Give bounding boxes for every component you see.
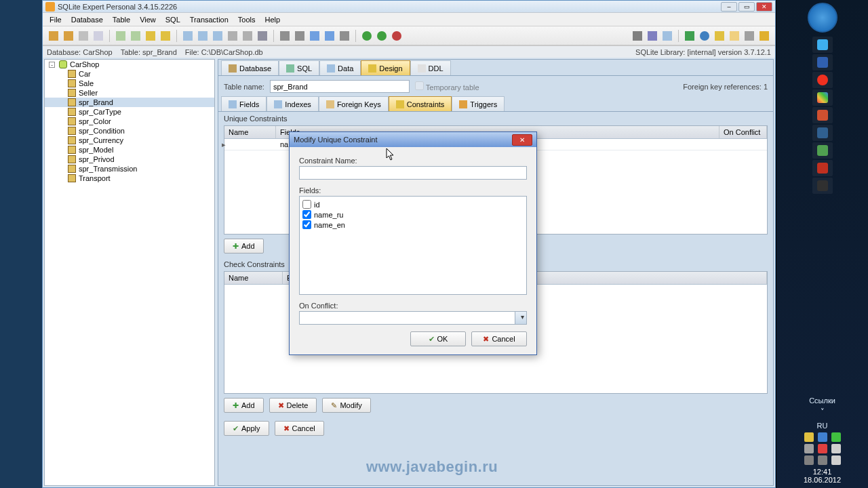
tree-item-car[interactable]: Car xyxy=(45,69,214,79)
field-name-ru-checkbox[interactable] xyxy=(302,210,311,219)
tab-ddl[interactable]: DDL xyxy=(410,60,451,75)
add-check-button[interactable]: ✚Add xyxy=(224,398,264,413)
constraint-name-input[interactable] xyxy=(299,166,527,180)
taskbar-app-1[interactable] xyxy=(812,37,833,53)
system-tray[interactable]: Ссылки ˅ RU 12:41 18.06.2012 xyxy=(776,392,868,488)
tb-btn-13[interactable] xyxy=(241,29,254,43)
menu-table[interactable]: Table xyxy=(108,14,134,25)
dialog-cancel-button[interactable]: ✖Cancel xyxy=(471,331,527,346)
tb-btn-17[interactable] xyxy=(308,29,321,43)
menu-transaction[interactable]: Transaction xyxy=(186,14,233,25)
tab-triggers[interactable]: Triggers xyxy=(452,96,505,111)
tb-run-1[interactable] xyxy=(360,29,374,43)
tb-btn-5[interactable] xyxy=(114,29,127,43)
menu-view[interactable]: View xyxy=(136,14,160,25)
dialog-titlebar[interactable]: Modify Unique Constraint ✕ xyxy=(290,132,536,147)
tree-item-spr-model[interactable]: spr_Model xyxy=(45,145,214,155)
menu-tools[interactable]: Tools xyxy=(234,14,260,25)
tb-btn-15[interactable] xyxy=(278,29,292,43)
tab-constraints[interactable]: Constraints xyxy=(389,96,452,111)
add-unique-button[interactable]: ✚Add xyxy=(224,239,264,253)
minimize-button[interactable]: – xyxy=(721,2,737,12)
tree-item-spr-currency[interactable]: spr_Currency xyxy=(45,136,214,145)
fields-list[interactable]: id name_ru name_en xyxy=(299,196,527,295)
clock-date[interactable]: 18.06.2012 xyxy=(779,476,865,484)
taskbar-app-8[interactable] xyxy=(812,160,833,176)
tb-mail-icon[interactable] xyxy=(728,29,741,43)
tb-globe-icon[interactable] xyxy=(698,29,711,43)
field-id[interactable]: id xyxy=(302,199,524,209)
taskbar-app-3[interactable] xyxy=(812,72,833,88)
tb-refresh-icon[interactable] xyxy=(683,29,696,43)
tb-btn-8[interactable] xyxy=(159,29,172,43)
tb-filter-icon[interactable] xyxy=(646,29,659,43)
tb-btn-3[interactable] xyxy=(77,29,90,43)
tab-database[interactable]: Database xyxy=(221,60,279,75)
tab-fields[interactable]: Fields xyxy=(221,96,267,111)
modify-check-button[interactable]: ✎Modify xyxy=(322,398,370,413)
tree-item-sale[interactable]: Sale xyxy=(45,79,214,88)
menu-database[interactable]: Database xyxy=(67,14,107,25)
chevron-icon[interactable]: ˅ xyxy=(779,407,865,416)
tree-item-transport[interactable]: Transport xyxy=(45,174,214,183)
tray-icon-2[interactable] xyxy=(818,432,827,442)
start-button[interactable] xyxy=(808,3,837,33)
menu-help[interactable]: Help xyxy=(261,14,285,25)
tray-icon-6[interactable] xyxy=(804,455,814,465)
taskbar-app-5[interactable] xyxy=(812,107,833,123)
tb-btn-11[interactable] xyxy=(211,29,224,43)
menu-file[interactable]: File xyxy=(45,14,66,25)
tb-btn-10[interactable] xyxy=(196,29,210,43)
tb-stop[interactable] xyxy=(390,29,403,43)
tab-design[interactable]: Design xyxy=(361,60,410,75)
taskbar-app-9[interactable] xyxy=(812,178,833,194)
tab-sql[interactable]: SQL xyxy=(279,60,319,75)
menu-sql[interactable]: SQL xyxy=(161,14,184,25)
windows-taskbar[interactable]: Ссылки ˅ RU 12:41 18.06.2012 xyxy=(776,0,868,488)
tree-item-seller[interactable]: Seller xyxy=(45,88,214,98)
tb-btn-7[interactable] xyxy=(144,29,157,43)
col-name[interactable]: Name xyxy=(224,126,276,138)
delete-check-button[interactable]: ✖Delete xyxy=(269,398,317,413)
field-name-en-checkbox[interactable] xyxy=(302,220,311,229)
volume-icon[interactable] xyxy=(831,444,841,453)
tb-help-icon[interactable] xyxy=(757,29,771,43)
tb-btn-19[interactable] xyxy=(338,29,351,43)
tb-btn-4[interactable] xyxy=(92,29,105,43)
taskbar-app-7[interactable] xyxy=(812,142,833,159)
tree-item-spr-condition[interactable]: spr_Condition xyxy=(45,126,214,136)
tab-data[interactable]: Data xyxy=(319,60,361,75)
tray-icon-5[interactable] xyxy=(818,444,827,453)
clock-time[interactable]: 12:41 xyxy=(779,468,865,476)
tb-btn-16[interactable] xyxy=(293,29,307,43)
close-button[interactable]: ✕ xyxy=(756,2,772,12)
tb-btn-6[interactable] xyxy=(129,29,142,43)
tray-icon-1[interactable] xyxy=(804,432,814,442)
tray-icon-3[interactable] xyxy=(831,432,841,442)
tree-item-spr-transmission[interactable]: spr_Transmission xyxy=(45,164,214,174)
tab-indexes[interactable]: Indexes xyxy=(267,96,319,111)
taskbar-app-6[interactable] xyxy=(812,125,833,141)
tab-foreign-keys[interactable]: Foreign Keys xyxy=(319,96,389,111)
tray-icon-4[interactable] xyxy=(804,444,814,453)
dialog-ok-button[interactable]: ✔OK xyxy=(410,331,466,346)
network-icon[interactable] xyxy=(831,455,841,465)
language-indicator[interactable]: RU xyxy=(779,422,865,430)
maximize-button[interactable]: ▭ xyxy=(738,2,755,12)
tb-run-2[interactable] xyxy=(375,29,389,43)
apply-button[interactable]: ✔Apply xyxy=(224,421,269,436)
tree-item-spr-privod[interactable]: spr_Privod xyxy=(45,155,214,164)
col-conflict[interactable]: On Conflict xyxy=(719,126,767,138)
tb-btn-9[interactable] xyxy=(181,29,195,43)
expand-icon[interactable]: - xyxy=(49,62,55,68)
tb-btn-14[interactable] xyxy=(256,29,269,43)
taskbar-app-2[interactable] xyxy=(812,54,833,70)
links-label[interactable]: Ссылки xyxy=(779,396,865,405)
field-id-checkbox[interactable] xyxy=(302,200,311,209)
taskbar-app-4[interactable] xyxy=(812,89,833,106)
tb-btn-12[interactable] xyxy=(226,29,239,43)
tb-gear-icon[interactable] xyxy=(631,29,644,43)
database-tree[interactable]: - CarShop Car Sale Seller spr_Brand spr_… xyxy=(44,59,215,486)
tree-item-spr-brand[interactable]: spr_Brand xyxy=(45,98,214,107)
tray-icon-7[interactable] xyxy=(818,455,827,465)
